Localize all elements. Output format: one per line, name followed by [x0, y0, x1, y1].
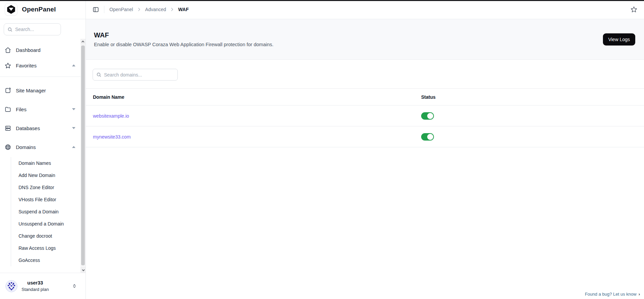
sidebar-toggle-icon[interactable]: [93, 6, 99, 13]
waf-toggle[interactable]: [421, 133, 434, 141]
domains-table: Domain Name Status websitexample.io myne…: [86, 88, 644, 147]
table-row: mynewsite33.com: [86, 126, 644, 147]
globe-icon: [5, 144, 11, 150]
window-top-edge: [0, 0, 644, 1]
openpanel-app: OpenPanel Dashboard: [0, 0, 644, 299]
report-bug-label: Found a bug? Let us know: [585, 292, 636, 297]
page-header-text: WAF Enable or disable OWASP Coraza Web A…: [94, 31, 273, 47]
user-plan: Standard plan: [22, 287, 49, 293]
main-content: OpenPanel Advanced WAF WAF Enable or dis…: [86, 0, 644, 299]
sidebar-item-vhosts-file-editor[interactable]: VHosts File Editor: [19, 193, 75, 206]
sidebar-item-label: Dashboard: [16, 47, 40, 53]
sidebar-item-domains[interactable]: Domains: [4, 138, 75, 156]
sidebar-item-dashboard[interactable]: Dashboard: [4, 42, 75, 58]
table-row: websitexample.io: [86, 106, 644, 126]
sidebar-search-input[interactable]: [15, 27, 52, 32]
sidebar-item-label: Files: [16, 107, 27, 112]
sidebar-item-files[interactable]: Files: [4, 100, 75, 119]
topbar-divider: [104, 6, 104, 13]
report-bug-link[interactable]: Found a bug? Let us know ›: [585, 292, 640, 297]
sidebar-search[interactable]: [4, 23, 61, 35]
sidebar-item-unsuspend-a-domain[interactable]: Unsuspend a Domain: [19, 218, 75, 230]
sidebar-nav: Dashboard Favorites Site Manager: [0, 19, 86, 266]
table-toolbar: [86, 60, 644, 81]
column-header-status: Status: [421, 94, 644, 100]
sidebar-divider: [0, 77, 86, 77]
sidebar-item-suspend-a-domain[interactable]: Suspend a Domain: [19, 206, 75, 218]
user-menu[interactable]: user33 Standard plan: [0, 273, 86, 299]
user-name: user33: [27, 280, 43, 287]
sidebar-item-label: Domains: [16, 144, 36, 150]
chevron-down-icon[interactable]: [72, 127, 75, 129]
avatar: [5, 280, 18, 292]
scrollbar-thumb[interactable]: [81, 46, 85, 265]
sidebar-item-goaccess[interactable]: GoAccess: [19, 254, 75, 266]
breadcrumb-waf: WAF: [178, 7, 189, 12]
sidebar-item-label: Databases: [16, 125, 40, 131]
column-header-domain-name: Domain Name: [86, 94, 421, 100]
breadcrumb-advanced[interactable]: Advanced: [145, 7, 166, 12]
breadcrumb-openpanel[interactable]: OpenPanel: [109, 7, 133, 12]
chevron-right-icon: ›: [639, 292, 640, 297]
sidebar-item-raw-access-logs[interactable]: Raw Access Logs: [19, 242, 75, 254]
scroll-down-button[interactable]: [80, 267, 86, 273]
sidebar-item-databases[interactable]: Databases: [4, 119, 75, 138]
table-header-row: Domain Name Status: [86, 89, 644, 106]
page-header: WAF Enable or disable OWASP Coraza Web A…: [86, 19, 644, 60]
search-icon: [96, 72, 101, 77]
chevron-right-icon: [170, 7, 174, 12]
sidebar-item-add-new-domain[interactable]: Add New Domain: [19, 169, 75, 181]
domain-search-input[interactable]: [104, 72, 174, 78]
database-icon: [5, 125, 11, 131]
chevron-right-icon: [137, 7, 141, 12]
sidebar-item-change-docroot[interactable]: Change docroot: [19, 230, 75, 242]
sidebar: OpenPanel Dashboard: [0, 0, 86, 299]
scroll-up-button[interactable]: [80, 39, 86, 44]
sidebar-item-site-manager[interactable]: Site Manager: [4, 81, 75, 100]
unfold-more-icon[interactable]: [72, 283, 77, 289]
domains-subnav: Domain Names Add New Domain DNS Zone Edi…: [11, 157, 75, 266]
chevron-down-icon[interactable]: [72, 108, 75, 110]
sidebar-item-label: Site Manager: [16, 88, 46, 93]
view-logs-button[interactable]: View Logs: [603, 33, 635, 46]
folder-icon: [5, 106, 11, 113]
home-icon: [5, 47, 11, 53]
search-icon: [7, 27, 12, 32]
chevron-up-icon[interactable]: [72, 146, 75, 148]
sidebar-item-dns-zone-editor[interactable]: DNS Zone Editor: [19, 181, 75, 193]
sidebar-header: OpenPanel: [0, 0, 86, 19]
sidebar-item-label: Favorites: [16, 63, 37, 68]
topbar: OpenPanel Advanced WAF: [86, 0, 644, 19]
chevron-up-icon[interactable]: [72, 64, 75, 66]
waf-toggle[interactable]: [421, 112, 434, 120]
page-description: Enable or disable OWASP Coraza Web Appli…: [94, 42, 273, 47]
openpanel-logo-icon[interactable]: [5, 3, 18, 16]
user-meta: user33 Standard plan: [22, 280, 49, 292]
sidebar-item-favorites[interactable]: Favorites: [4, 58, 75, 73]
star-icon: [5, 62, 11, 69]
site-manager-icon: [5, 87, 11, 94]
page-title: WAF: [94, 31, 273, 39]
domain-link[interactable]: websitexample.io: [93, 113, 129, 119]
domain-search[interactable]: [93, 69, 178, 81]
sidebar-item-domain-names[interactable]: Domain Names: [19, 157, 75, 169]
domain-link[interactable]: mynewsite33.com: [93, 134, 131, 140]
app-name: OpenPanel: [22, 6, 56, 13]
sidebar-scrollbar[interactable]: [80, 39, 86, 273]
favorite-star-icon[interactable]: [631, 6, 637, 13]
breadcrumb: OpenPanel Advanced WAF: [109, 7, 189, 12]
